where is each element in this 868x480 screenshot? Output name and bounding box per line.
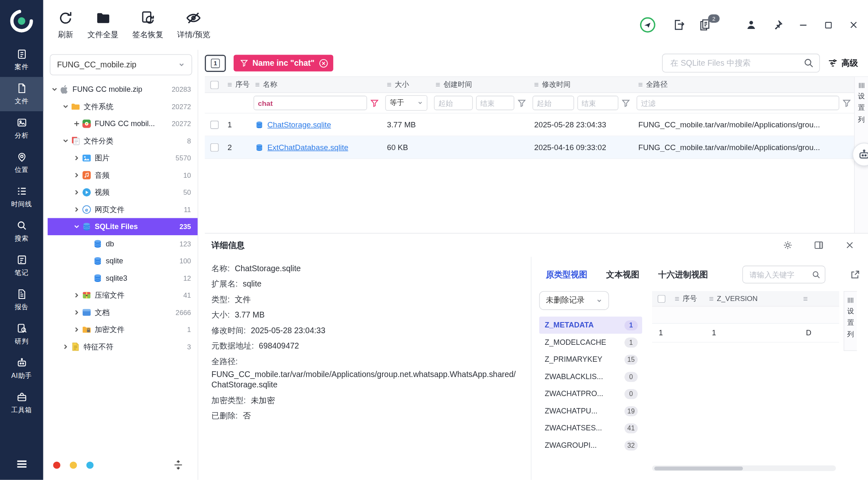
grid-column-header[interactable]: [799, 296, 839, 301]
modified-filter-funnel-icon[interactable]: [622, 99, 630, 107]
user-icon[interactable]: [745, 19, 757, 31]
viewer-tab[interactable]: 文本视图: [606, 269, 639, 279]
viewer-search-input[interactable]: [748, 270, 809, 279]
sidebar-item-analysis[interactable]: 分析: [0, 111, 43, 146]
tree-node[interactable]: 音频10: [48, 167, 198, 184]
view-tab-1[interactable]: 1: [205, 55, 226, 72]
toolbar-button-signature-recovery[interactable]: 签名恢复: [132, 10, 163, 40]
open-external-icon[interactable]: [850, 269, 860, 279]
connection-status-icon[interactable]: [639, 17, 656, 33]
tag-dot-red[interactable]: [53, 461, 60, 468]
active-filter-chip[interactable]: Name inc "chat": [234, 55, 333, 72]
select-all-checkbox[interactable]: [210, 81, 218, 89]
name-filter-funnel-icon[interactable]: [371, 99, 379, 107]
db-table-item[interactable]: ZWAGROUPI...32: [539, 437, 642, 454]
column-header[interactable]: 序号: [224, 80, 251, 90]
sidebar-item-research[interactable]: 研判: [0, 317, 43, 351]
sidebar-item-search[interactable]: 搜索: [0, 214, 43, 248]
tree-node[interactable]: e网页文件11: [48, 201, 198, 218]
source-select[interactable]: FUNG_CC_mobile.zip: [50, 54, 192, 75]
tree-node[interactable]: db123: [48, 235, 198, 252]
hamburger-menu-icon[interactable]: [14, 457, 28, 471]
minimize-button[interactable]: [798, 19, 809, 31]
pin-icon[interactable]: [772, 19, 783, 31]
grid-column-settings-strip[interactable]: 设置列: [844, 291, 857, 351]
tree-node[interactable]: SQLite Files235: [48, 218, 198, 235]
column-header[interactable]: 修改时间: [530, 80, 634, 90]
column-header[interactable]: 名称: [251, 80, 383, 90]
close-button[interactable]: [848, 19, 859, 31]
grid-column-header[interactable]: 序号: [671, 294, 705, 303]
scrollbar-thumb[interactable]: [654, 466, 743, 470]
grid-column-header[interactable]: Z_VERSION: [705, 294, 799, 303]
modified-end-input[interactable]: [577, 96, 619, 110]
created-start-input[interactable]: [434, 96, 473, 110]
search-icon[interactable]: [804, 58, 814, 68]
table-search-input[interactable]: [669, 58, 799, 68]
path-filter-input[interactable]: [636, 96, 839, 110]
name-filter-input[interactable]: [253, 96, 367, 110]
path-filter-funnel-icon[interactable]: [842, 99, 851, 107]
sidebar-item-file[interactable]: 文件: [0, 77, 43, 111]
db-table-item[interactable]: Z_METADATA1: [539, 317, 642, 334]
toolbar-button-refresh[interactable]: 刷新: [57, 10, 74, 40]
tree-node[interactable]: FUNG CC mobile.zip20283: [48, 81, 198, 98]
sidebar-item-timeline[interactable]: 时间线: [0, 180, 43, 214]
tree-node[interactable]: 特征不符3: [48, 338, 198, 355]
sidebar-item-report[interactable]: 报告: [0, 283, 43, 317]
horizontal-scrollbar[interactable]: [652, 466, 836, 471]
size-operator-select[interactable]: 等于: [385, 95, 428, 110]
tag-dot-yellow[interactable]: [70, 461, 77, 468]
panel-splitter-icon[interactable]: [173, 460, 183, 470]
tree-node[interactable]: sqlite100: [48, 252, 198, 269]
db-table-item[interactable]: ZWACHATSES...41: [539, 420, 642, 437]
column-header[interactable]: 全路径: [634, 80, 854, 90]
db-table-item[interactable]: ZWACHATPRO...0: [539, 385, 642, 402]
grid-row[interactable]: 11D: [652, 324, 839, 343]
db-table-item[interactable]: ZWACHATPU...19: [539, 402, 642, 419]
sidebar-item-note[interactable]: 笔记: [0, 248, 43, 283]
tree-node[interactable]: sqlite312: [48, 270, 198, 287]
db-table-item[interactable]: Z_MODELCACHE1: [539, 334, 642, 351]
tree-node[interactable]: 文件系统20272: [48, 98, 198, 115]
row-checkbox[interactable]: [210, 143, 218, 151]
created-end-input[interactable]: [476, 96, 514, 110]
file-row[interactable]: 2ExtChatDatabase.sqlite60 KB2025-04-16 0…: [205, 136, 854, 159]
detail-close-icon[interactable]: [845, 240, 855, 250]
tree-node[interactable]: 图片5570: [48, 149, 198, 166]
db-table-item[interactable]: ZWABLACKLIS...0: [539, 368, 642, 385]
sidebar-item-toolbox[interactable]: 工具箱: [0, 386, 43, 420]
toolbar-button-detail-preview[interactable]: 详情/预览: [177, 10, 210, 40]
remove-filter-icon[interactable]: [319, 58, 328, 68]
export-icon[interactable]: [672, 18, 686, 31]
column-header[interactable]: 创建时间: [432, 80, 530, 90]
tree-node[interactable]: 文件分类8: [48, 132, 198, 149]
db-table-item[interactable]: Z_PRIMARYKEY15: [539, 351, 642, 368]
file-row[interactable]: 1ChatStorage.sqlite3.77 MB2025-05-28 23:…: [205, 113, 854, 136]
toolbar-button-show-all-files[interactable]: 文件全显: [88, 10, 119, 40]
file-name-link[interactable]: ChatStorage.sqlite: [255, 120, 379, 129]
sidebar-item-case[interactable]: 案件: [0, 43, 43, 77]
grid-select-all-checkbox[interactable]: [658, 295, 665, 303]
viewer-search-box[interactable]: [742, 266, 825, 284]
detail-settings-gear-icon[interactable]: [783, 240, 793, 250]
tree-node[interactable]: 加密文件1: [48, 321, 198, 338]
viewer-tab[interactable]: 十六进制视图: [658, 269, 708, 279]
sidebar-item-ai[interactable]: AI助手: [0, 351, 43, 386]
row-checkbox[interactable]: [210, 120, 218, 129]
table-search-box[interactable]: [662, 54, 820, 73]
record-filter-select[interactable]: 未删除记录: [539, 291, 609, 310]
viewer-tab[interactable]: 原类型视图: [546, 269, 587, 279]
sidebar-item-location[interactable]: 位置: [0, 146, 43, 180]
tree-node[interactable]: 文档2666: [48, 304, 198, 321]
file-name-link[interactable]: ExtChatDatabase.sqlite: [255, 143, 379, 151]
modified-start-input[interactable]: [533, 96, 574, 110]
maximize-button[interactable]: [823, 20, 834, 30]
detail-layout-toggle-icon[interactable]: [814, 240, 824, 250]
tree-node[interactable]: 压缩文件41: [48, 287, 198, 303]
search-icon[interactable]: [812, 270, 820, 279]
column-header[interactable]: 大小: [383, 80, 432, 90]
tag-dot-blue[interactable]: [86, 461, 93, 468]
tree-node[interactable]: FUNG CC mobil...20272: [48, 115, 198, 132]
created-filter-funnel-icon[interactable]: [518, 99, 526, 107]
